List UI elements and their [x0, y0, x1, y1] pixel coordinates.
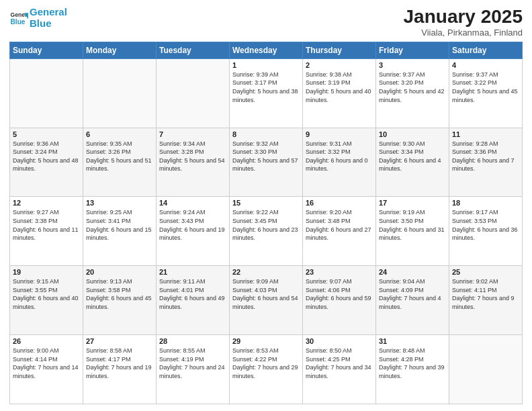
- day-number: 16: [306, 199, 373, 207]
- day-number: 27: [86, 337, 153, 345]
- day-info: Sunrise: 8:53 AM Sunset: 4:22 PM Dayligh…: [232, 347, 300, 380]
- calendar-week-row: 19Sunrise: 9:15 AM Sunset: 3:55 PM Dayli…: [10, 266, 523, 335]
- calendar-cell: [157, 58, 230, 128]
- calendar-title: January 2025: [404, 7, 523, 28]
- calendar-cell: 4Sunrise: 9:37 AM Sunset: 3:22 PM Daylig…: [449, 58, 523, 128]
- day-info: Sunrise: 9:07 AM Sunset: 4:06 PM Dayligh…: [306, 277, 373, 311]
- day-number: 25: [452, 268, 519, 276]
- calendar-cell: 13Sunrise: 9:25 AM Sunset: 3:41 PM Dayli…: [83, 197, 157, 266]
- day-number: 5: [13, 130, 80, 138]
- day-info: Sunrise: 9:32 AM Sunset: 3:30 PM Dayligh…: [232, 140, 300, 173]
- day-number: 1: [232, 61, 300, 69]
- calendar-cell: 14Sunrise: 9:24 AM Sunset: 3:43 PM Dayli…: [157, 197, 230, 266]
- day-info: Sunrise: 9:37 AM Sunset: 3:22 PM Dayligh…: [452, 71, 519, 104]
- calendar-cell: 23Sunrise: 9:07 AM Sunset: 4:06 PM Dayli…: [303, 266, 376, 335]
- day-number: 11: [452, 130, 519, 138]
- day-info: Sunrise: 9:36 AM Sunset: 3:24 PM Dayligh…: [13, 140, 80, 173]
- day-number: 10: [379, 130, 446, 138]
- day-info: Sunrise: 9:24 AM Sunset: 3:43 PM Dayligh…: [159, 208, 226, 242]
- day-info: Sunrise: 8:50 AM Sunset: 4:25 PM Dayligh…: [306, 347, 373, 380]
- calendar-cell: [449, 335, 523, 404]
- calendar-cell: 18Sunrise: 9:17 AM Sunset: 3:53 PM Dayli…: [449, 197, 523, 266]
- day-number: 23: [306, 268, 373, 276]
- weekday-header-tuesday: Tuesday: [157, 42, 230, 58]
- calendar-cell: 17Sunrise: 9:19 AM Sunset: 3:50 PM Dayli…: [376, 197, 449, 266]
- calendar-cell: 6Sunrise: 9:35 AM Sunset: 3:26 PM Daylig…: [83, 128, 157, 197]
- weekday-header-monday: Monday: [83, 42, 157, 58]
- day-info: Sunrise: 8:58 AM Sunset: 4:17 PM Dayligh…: [86, 347, 153, 380]
- day-number: 26: [13, 337, 80, 345]
- day-number: 9: [306, 130, 373, 138]
- day-number: 2: [306, 61, 373, 69]
- calendar-cell: 29Sunrise: 8:53 AM Sunset: 4:22 PM Dayli…: [230, 335, 303, 404]
- day-info: Sunrise: 9:17 AM Sunset: 3:53 PM Dayligh…: [452, 208, 519, 242]
- calendar-cell: 8Sunrise: 9:32 AM Sunset: 3:30 PM Daylig…: [230, 128, 303, 197]
- day-number: 15: [232, 199, 300, 207]
- logo-text: General Blue: [30, 7, 67, 29]
- calendar-cell: 19Sunrise: 9:15 AM Sunset: 3:55 PM Dayli…: [10, 266, 83, 335]
- calendar-cell: 30Sunrise: 8:50 AM Sunset: 4:25 PM Dayli…: [303, 335, 376, 404]
- day-number: 18: [452, 199, 519, 207]
- day-number: 19: [13, 268, 80, 276]
- calendar-cell: [83, 58, 157, 128]
- day-info: Sunrise: 9:35 AM Sunset: 3:26 PM Dayligh…: [86, 140, 153, 173]
- day-info: Sunrise: 9:09 AM Sunset: 4:03 PM Dayligh…: [232, 277, 300, 311]
- weekday-header-saturday: Saturday: [449, 42, 523, 58]
- calendar-cell: 9Sunrise: 9:31 AM Sunset: 3:32 PM Daylig…: [303, 128, 376, 197]
- calendar-cell: 11Sunrise: 9:28 AM Sunset: 3:36 PM Dayli…: [449, 128, 523, 197]
- calendar-cell: 26Sunrise: 9:00 AM Sunset: 4:14 PM Dayli…: [10, 335, 83, 404]
- weekday-header-thursday: Thursday: [303, 42, 376, 58]
- page: General Blue General Blue January 2025 V…: [0, 0, 532, 411]
- day-number: 20: [86, 268, 153, 276]
- calendar-cell: 21Sunrise: 9:11 AM Sunset: 4:01 PM Dayli…: [157, 266, 230, 335]
- day-info: Sunrise: 9:28 AM Sunset: 3:36 PM Dayligh…: [452, 140, 519, 173]
- day-info: Sunrise: 8:48 AM Sunset: 4:28 PM Dayligh…: [379, 347, 446, 380]
- logo-icon: General Blue: [9, 9, 28, 28]
- calendar-cell: 24Sunrise: 9:04 AM Sunset: 4:09 PM Dayli…: [376, 266, 449, 335]
- calendar-subtitle: Viiala, Pirkanmaa, Finland: [404, 28, 523, 38]
- day-info: Sunrise: 9:22 AM Sunset: 3:45 PM Dayligh…: [232, 208, 300, 242]
- calendar-week-row: 26Sunrise: 9:00 AM Sunset: 4:14 PM Dayli…: [10, 335, 523, 404]
- calendar-cell: 16Sunrise: 9:20 AM Sunset: 3:48 PM Dayli…: [303, 197, 376, 266]
- day-info: Sunrise: 9:38 AM Sunset: 3:19 PM Dayligh…: [306, 71, 373, 104]
- calendar-cell: [10, 58, 83, 128]
- calendar-cell: 20Sunrise: 9:13 AM Sunset: 3:58 PM Dayli…: [83, 266, 157, 335]
- day-info: Sunrise: 9:37 AM Sunset: 3:20 PM Dayligh…: [379, 71, 446, 104]
- day-info: Sunrise: 9:39 AM Sunset: 3:17 PM Dayligh…: [232, 71, 300, 104]
- day-number: 28: [159, 337, 226, 345]
- day-info: Sunrise: 9:31 AM Sunset: 3:32 PM Dayligh…: [306, 140, 373, 173]
- calendar-cell: 12Sunrise: 9:27 AM Sunset: 3:38 PM Dayli…: [10, 197, 83, 266]
- day-number: 21: [159, 268, 226, 276]
- day-number: 31: [379, 337, 446, 345]
- day-info: Sunrise: 9:15 AM Sunset: 3:55 PM Dayligh…: [13, 277, 80, 311]
- calendar-cell: 25Sunrise: 9:02 AM Sunset: 4:11 PM Dayli…: [449, 266, 523, 335]
- day-number: 14: [159, 199, 226, 207]
- calendar-cell: 3Sunrise: 9:37 AM Sunset: 3:20 PM Daylig…: [376, 58, 449, 128]
- day-info: Sunrise: 9:04 AM Sunset: 4:09 PM Dayligh…: [379, 277, 446, 311]
- day-number: 6: [86, 130, 153, 138]
- day-number: 13: [86, 199, 153, 207]
- day-number: 22: [232, 268, 300, 276]
- calendar-week-row: 5Sunrise: 9:36 AM Sunset: 3:24 PM Daylig…: [10, 128, 523, 197]
- day-info: Sunrise: 9:30 AM Sunset: 3:34 PM Dayligh…: [379, 140, 446, 173]
- logo-line1: General: [30, 6, 67, 17]
- day-info: Sunrise: 9:19 AM Sunset: 3:50 PM Dayligh…: [379, 208, 446, 242]
- day-number: 7: [159, 130, 226, 138]
- logo-line2: Blue: [30, 17, 52, 29]
- day-number: 24: [379, 268, 446, 276]
- day-info: Sunrise: 9:34 AM Sunset: 3:28 PM Dayligh…: [159, 140, 226, 173]
- svg-text:Blue: Blue: [11, 17, 26, 25]
- calendar-cell: 28Sunrise: 8:55 AM Sunset: 4:19 PM Dayli…: [157, 335, 230, 404]
- day-number: 8: [232, 130, 300, 138]
- day-info: Sunrise: 9:20 AM Sunset: 3:48 PM Dayligh…: [306, 208, 373, 242]
- weekday-header-wednesday: Wednesday: [230, 42, 303, 58]
- title-block: January 2025 Viiala, Pirkanmaa, Finland: [404, 7, 523, 38]
- day-info: Sunrise: 9:00 AM Sunset: 4:14 PM Dayligh…: [13, 347, 80, 380]
- day-info: Sunrise: 9:25 AM Sunset: 3:41 PM Dayligh…: [86, 208, 153, 242]
- day-info: Sunrise: 8:55 AM Sunset: 4:19 PM Dayligh…: [159, 347, 226, 380]
- calendar-cell: 1Sunrise: 9:39 AM Sunset: 3:17 PM Daylig…: [230, 58, 303, 128]
- calendar-table: SundayMondayTuesdayWednesdayThursdayFrid…: [9, 42, 523, 404]
- calendar-cell: 22Sunrise: 9:09 AM Sunset: 4:03 PM Dayli…: [230, 266, 303, 335]
- day-info: Sunrise: 9:27 AM Sunset: 3:38 PM Dayligh…: [13, 208, 80, 242]
- day-number: 29: [232, 337, 300, 345]
